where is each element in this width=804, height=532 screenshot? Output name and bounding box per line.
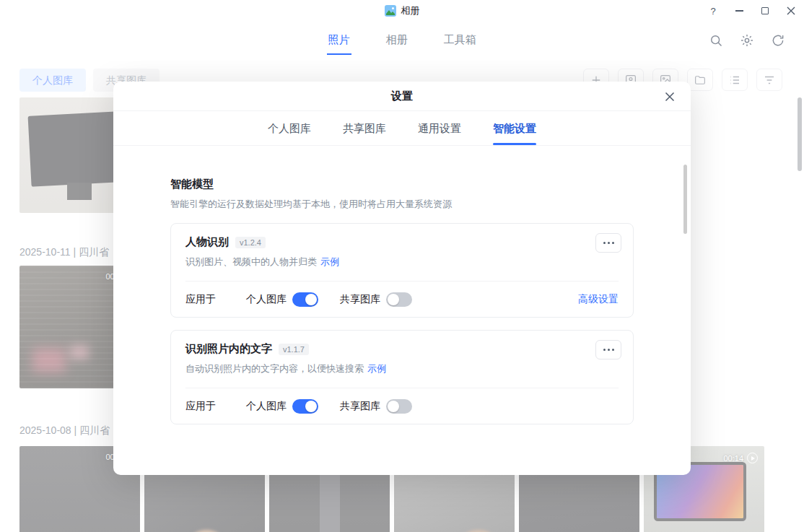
version-badge: v1.1.7 <box>279 344 309 355</box>
tab-albums[interactable]: 相册 <box>385 30 409 55</box>
apply-to-label: 应用于 <box>185 293 216 306</box>
more-icon[interactable] <box>595 340 621 359</box>
tab-smart-settings[interactable]: 智能设置 <box>493 122 536 145</box>
tab-shared-library[interactable]: 共享图库 <box>343 122 386 145</box>
toggle-label-shared: 共享图库 <box>340 293 380 306</box>
toggle-label-personal: 个人图库 <box>246 293 287 306</box>
search-icon[interactable] <box>709 33 723 48</box>
help-icon[interactable]: ? <box>700 0 726 22</box>
model-card-ocr: 识别照片内的文字 v1.1.7 自动识别照片内的文字内容，以便快速搜索示例 应用… <box>170 330 634 424</box>
app-window: 相册 ? 照片 相册 工具箱 <box>0 0 804 532</box>
tab-photos[interactable]: 照片 <box>327 30 351 55</box>
tab-toolbox[interactable]: 工具箱 <box>442 30 478 55</box>
tab-general-settings[interactable]: 通用设置 <box>418 122 461 145</box>
apply-to-label: 应用于 <box>185 400 216 413</box>
section-subtitle: 智能引擎的运行及数据处理均基于本地，使用时将占用大量系统资源 <box>170 198 634 211</box>
minimize-icon[interactable] <box>726 0 752 22</box>
titlebar: 相册 ? <box>0 0 804 22</box>
app-title: 相册 <box>401 4 420 17</box>
model-description: 识别图片、视频中的人物并归类示例 <box>185 256 619 269</box>
settings-dialog: 设置 个人图库 共享图库 通用设置 智能设置 智能模型 智能引擎的运行及数据处理… <box>113 82 691 475</box>
toggle-label-shared: 共享图库 <box>340 400 380 413</box>
close-icon[interactable] <box>778 0 804 22</box>
close-icon[interactable] <box>663 90 676 103</box>
more-icon[interactable] <box>595 233 621 253</box>
example-link[interactable]: 示例 <box>367 363 386 374</box>
tab-personal-library[interactable]: 个人图库 <box>268 122 311 145</box>
dialog-title: 设置 <box>113 82 691 111</box>
model-description: 自动识别照片内的文字内容，以便快速搜索示例 <box>185 362 619 375</box>
personal-library-toggle[interactable] <box>292 292 318 307</box>
example-link[interactable]: 示例 <box>320 256 339 267</box>
maximize-icon[interactable] <box>752 0 778 22</box>
advanced-settings-link[interactable]: 高级设置 <box>578 293 619 306</box>
personal-library-toggle[interactable] <box>292 399 318 414</box>
toggle-label-personal: 个人图库 <box>246 400 287 413</box>
shared-library-toggle[interactable] <box>386 399 412 414</box>
version-badge: v1.2.4 <box>235 237 266 248</box>
refresh-icon[interactable] <box>771 33 785 48</box>
model-title: 人物识别 <box>185 235 229 249</box>
shared-library-toggle[interactable] <box>386 292 412 307</box>
settings-gear-icon[interactable] <box>740 33 754 48</box>
model-card-person-recognition: 人物识别 v1.2.4 识别图片、视频中的人物并归类示例 应用于 个人图库 共享… <box>170 223 634 318</box>
settings-body: 智能模型 智能引擎的运行及数据处理均基于本地，使用时将占用大量系统资源 人物识别… <box>113 146 691 474</box>
model-title: 识别照片内的文字 <box>185 342 272 356</box>
dialog-header: 设置 <box>113 82 691 111</box>
top-nav: 照片 相册 工具箱 <box>0 22 804 61</box>
settings-tabs: 个人图库 共享图库 通用设置 智能设置 <box>113 111 691 146</box>
dialog-scrollbar[interactable] <box>683 165 687 234</box>
app-logo-icon <box>385 5 396 17</box>
section-title: 智能模型 <box>170 178 634 191</box>
